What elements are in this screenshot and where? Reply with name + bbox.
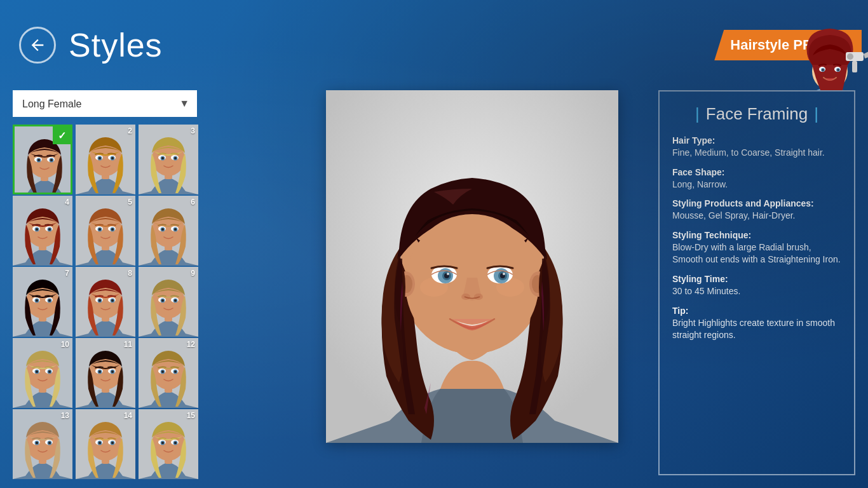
page-title: Styles xyxy=(69,26,163,64)
svg-point-55 xyxy=(98,228,101,231)
logo-area: Hairstyle PRO 🪮 xyxy=(671,0,868,90)
svg-point-64 xyxy=(161,228,164,231)
thumbnail-15[interactable]: 15 xyxy=(139,409,198,479)
svg-point-163 xyxy=(503,273,505,275)
svg-point-118 xyxy=(161,370,164,373)
svg-point-38 xyxy=(174,157,177,159)
thumb-number: 9 xyxy=(191,269,195,278)
time-label: Styling Time: xyxy=(672,274,841,284)
technique-value: Blow-Dry with a large Radial brush, Smoo… xyxy=(672,241,841,266)
category-select[interactable]: Short Female Medium Female Long Female S… xyxy=(13,90,197,117)
hair-type-label: Hair Type: xyxy=(672,135,841,146)
thumbnail-2[interactable]: 2 xyxy=(76,125,135,194)
svg-point-11 xyxy=(847,53,853,60)
thumbnail-1[interactable] xyxy=(13,125,72,194)
technique-section: Styling Technique: Blow-Dry with a large… xyxy=(672,230,841,266)
svg-point-128 xyxy=(48,442,51,444)
svg-point-37 xyxy=(161,157,164,159)
avatar-woman xyxy=(789,17,868,90)
left-panel: Short Female Medium Female Long Female S… xyxy=(13,90,286,475)
svg-point-56 xyxy=(111,228,114,231)
svg-point-136 xyxy=(98,442,101,444)
svg-point-7 xyxy=(822,69,824,71)
middle-panel xyxy=(286,90,658,475)
thumb-number: 6 xyxy=(191,198,195,207)
svg-point-92 xyxy=(174,299,177,302)
svg-point-82 xyxy=(98,299,101,302)
back-button[interactable] xyxy=(19,27,56,64)
thumbnail-14[interactable]: 14 xyxy=(76,409,135,479)
thumb-number: 11 xyxy=(124,340,132,349)
preview-frame xyxy=(326,90,618,443)
svg-point-19 xyxy=(37,159,40,161)
products-label: Styling Products and Appliances: xyxy=(672,198,841,208)
time-section: Styling Time: 30 to 45 Minutes. xyxy=(672,274,841,298)
thumb-number: 14 xyxy=(124,411,132,420)
face-shape-label: Face Shape: xyxy=(672,167,841,177)
svg-point-20 xyxy=(50,159,53,161)
svg-point-109 xyxy=(98,370,101,373)
thumbnail-6[interactable]: 6 xyxy=(139,196,198,266)
thumb-number: 3 xyxy=(191,126,195,135)
thumbnail-4[interactable]: 4 xyxy=(13,196,72,266)
thumb-number: 12 xyxy=(187,340,195,349)
thumb-number: 2 xyxy=(128,126,132,135)
face-shape-value: Long, Narrow. xyxy=(672,179,841,191)
thumbnail-3[interactable]: 3 xyxy=(139,125,198,194)
hair-type-section: Hair Type: Fine, Medium, to Coarse, Stra… xyxy=(672,135,841,159)
svg-point-29 xyxy=(111,157,114,159)
thumbnail-13[interactable]: 13 xyxy=(13,409,72,479)
style-name: Face Framing xyxy=(706,104,808,124)
svg-point-83 xyxy=(111,299,114,302)
svg-point-101 xyxy=(48,370,51,373)
svg-rect-10 xyxy=(852,61,857,72)
svg-point-65 xyxy=(174,228,177,231)
thumbnail-7[interactable]: 7 xyxy=(13,267,72,337)
svg-point-162 xyxy=(447,273,449,275)
svg-point-145 xyxy=(161,442,164,444)
preview-image xyxy=(326,90,618,443)
header: Styles Hairstyle PRO 🪮 xyxy=(0,0,868,90)
time-value: 30 to 45 Minutes. xyxy=(672,285,841,298)
svg-point-110 xyxy=(111,370,114,373)
thumb-number: 4 xyxy=(65,198,69,207)
thumbnail-8[interactable]: 8 xyxy=(76,267,135,337)
category-dropdown[interactable]: Short Female Medium Female Long Female S… xyxy=(13,90,197,117)
pipe-right: | xyxy=(814,104,818,124)
thumbnails-grid: 2 3 xyxy=(13,125,200,479)
thumb-number: 8 xyxy=(128,269,132,278)
face-shape-section: Face Shape: Long, Narrow. xyxy=(672,167,841,191)
back-arrow-icon xyxy=(29,36,46,54)
technique-label: Styling Technique: xyxy=(672,230,841,240)
svg-point-127 xyxy=(36,442,38,444)
svg-point-74 xyxy=(48,299,51,302)
style-name-header: | Face Framing | xyxy=(672,104,841,124)
thumbnail-12[interactable]: 12 xyxy=(139,338,198,408)
svg-point-47 xyxy=(48,228,51,231)
thumb-number: 10 xyxy=(61,340,69,349)
svg-point-100 xyxy=(36,370,38,373)
tip-section: Tip: Bright Highlights create texture in… xyxy=(672,306,841,342)
thumb-checkmark-icon xyxy=(53,126,71,144)
thumb-number: 5 xyxy=(128,198,132,207)
svg-point-91 xyxy=(161,299,164,302)
main-content: Short Female Medium Female Long Female S… xyxy=(0,90,868,488)
svg-point-137 xyxy=(111,442,114,444)
style-info-panel: | Face Framing | Hair Type: Fine, Medium… xyxy=(658,90,855,475)
svg-point-73 xyxy=(36,299,38,302)
svg-point-119 xyxy=(174,370,177,373)
thumbnail-11[interactable]: 11 xyxy=(76,338,135,408)
thumb-number: 13 xyxy=(61,411,69,420)
thumbnail-9[interactable]: 9 xyxy=(139,267,198,337)
hair-type-value: Fine, Medium, to Coarse, Straight hair. xyxy=(672,147,841,159)
products-section: Styling Products and Appliances: Mousse,… xyxy=(672,198,841,222)
thumbnail-10[interactable]: 10 xyxy=(13,338,72,408)
tip-label: Tip: xyxy=(672,306,841,316)
svg-point-46 xyxy=(36,228,38,231)
svg-point-28 xyxy=(98,157,101,159)
thumbnail-5[interactable]: 5 xyxy=(76,196,135,266)
svg-point-146 xyxy=(174,442,177,444)
svg-point-8 xyxy=(837,69,839,71)
pipe-left: | xyxy=(695,104,700,124)
thumb-number: 15 xyxy=(187,411,195,420)
